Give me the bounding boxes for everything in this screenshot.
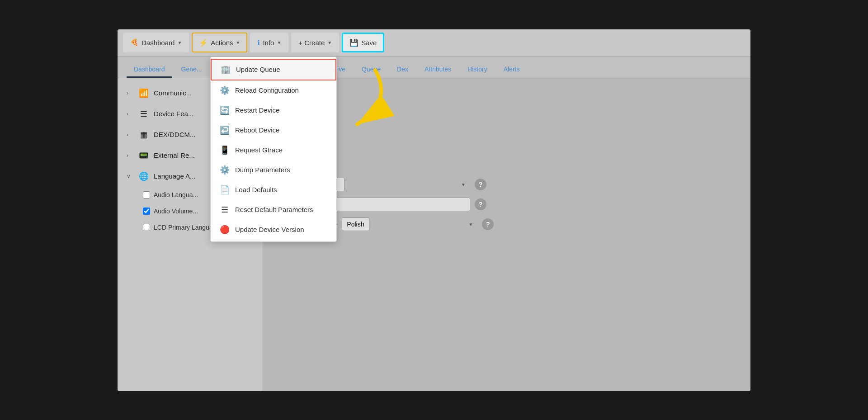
expand-icon-5: ∨	[127, 173, 134, 179]
sidebar-label-device-fea: Device Fea...	[154, 110, 193, 118]
communic-icon: 📶	[138, 88, 149, 98]
create-dropdown-arrow: ▼	[327, 40, 332, 45]
dropdown-item-update-version[interactable]: 🔴 Update Device Version	[211, 220, 336, 240]
info-icon: ℹ	[257, 38, 260, 47]
lcd-lang-select[interactable]: Polish	[342, 217, 369, 231]
reload-config-label: Reload Configuration	[235, 86, 299, 94]
sidebar-label-external: External Re...	[154, 151, 195, 159]
dropdown-item-reload-config[interactable]: ⚙️ Reload Configuration	[211, 80, 336, 100]
toolbar: 🍕 Dashboard ▼ ⚡ Actions ▼ ℹ Info ▼ + Cre…	[118, 29, 750, 57]
tab-dashboard[interactable]: Dashboard	[127, 62, 172, 78]
info-dropdown-arrow: ▼	[277, 40, 281, 45]
expand-icon-3: ›	[127, 132, 134, 138]
tab-general[interactable]: Gene...	[174, 62, 209, 78]
audio-vol-input[interactable]	[335, 198, 470, 211]
dropdown-item-load-defaults[interactable]: 📄 Load Defaults	[211, 180, 336, 200]
audio-vol-help[interactable]: ?	[475, 198, 486, 210]
expand-icon-2: ›	[127, 111, 134, 117]
reload-config-icon: ⚙️	[220, 85, 230, 95]
dropdown-item-dump[interactable]: ⚙️ Dump Parameters	[211, 160, 336, 180]
lcd-lang-select-wrapper: Polish	[342, 217, 477, 231]
field-row-lcd-lang: LCD Primary Language Polish ?	[271, 217, 741, 231]
device-fea-icon: ☰	[138, 109, 149, 119]
load-defaults-icon: 📄	[220, 185, 230, 195]
sidebar-label-language: Language A...	[154, 172, 196, 180]
info-button[interactable]: ℹ Info ▼	[250, 33, 288, 52]
language-icon: 🌐	[138, 171, 149, 181]
flash-icon: ⚡	[199, 38, 208, 47]
expand-icon-4: ›	[127, 152, 134, 159]
sidebar-label-communic: Communic...	[154, 89, 192, 97]
dump-label: Dump Parameters	[235, 166, 290, 174]
field-row-audio-vol: Audio Volume... ?	[271, 198, 741, 211]
create-button[interactable]: + Create ▼	[291, 33, 339, 52]
dashboard-icon: 🍕	[130, 38, 139, 47]
save-button[interactable]: 💾 Save	[342, 33, 384, 52]
save-label: Save	[361, 39, 377, 47]
tab-history[interactable]: History	[460, 62, 495, 78]
dashboard-dropdown-arrow: ▼	[177, 40, 182, 45]
main-container: 🍕 Dashboard ▼ ⚡ Actions ▼ ℹ Info ▼ + Cre…	[118, 29, 750, 391]
sidebar-label-dex: DEX/DDCM...	[154, 131, 196, 138]
lcd-lang-help[interactable]: ?	[482, 218, 494, 230]
reboot-label: Reboot Device	[235, 126, 279, 134]
update-queue-icon: 🏢	[221, 65, 231, 75]
audio-lang-label: Audio Langua...	[154, 191, 198, 198]
dropdown-item-reset-params[interactable]: ☰ Reset Default Parameters	[211, 200, 336, 220]
audio-vol-checkbox[interactable]	[143, 208, 150, 215]
audio-lang-select-wrapper	[335, 178, 470, 191]
tab-dex[interactable]: Dex	[390, 62, 415, 78]
dropdown-item-reboot[interactable]: ↩️ Reboot Device	[211, 120, 336, 140]
tab-queue[interactable]: Queue	[354, 62, 388, 78]
audio-lang-checkbox[interactable]	[143, 191, 150, 198]
audio-lang-help[interactable]: ?	[475, 179, 486, 190]
restart-label: Restart Device	[235, 106, 279, 114]
actions-button[interactable]: ⚡ Actions ▼	[192, 33, 247, 52]
gtrace-icon: 📱	[220, 145, 230, 155]
save-icon: 💾	[349, 38, 359, 47]
tab-alerts[interactable]: Alerts	[496, 62, 527, 78]
dump-icon: ⚙️	[220, 165, 230, 175]
reset-params-icon: ☰	[220, 205, 230, 215]
info-label: Info	[263, 39, 274, 47]
dropdown-item-restart[interactable]: 🔄 Restart Device	[211, 100, 336, 120]
tab-attributes[interactable]: Attributes	[417, 62, 458, 78]
expand-icon: ›	[127, 90, 134, 96]
update-version-icon: 🔴	[220, 225, 230, 235]
actions-dropdown-menu: 🏢 Update Queue ⚙️ Reload Configuration 🔄…	[210, 57, 337, 242]
gtrace-label: Request Gtrace	[235, 146, 283, 154]
load-defaults-label: Load Defaults	[235, 186, 277, 193]
reset-params-label: Reset Default Parameters	[235, 206, 313, 213]
reboot-icon: ↩️	[220, 125, 230, 135]
actions-label: Actions	[211, 39, 233, 47]
dex-icon: ▦	[138, 130, 149, 140]
update-version-label: Update Device Version	[235, 226, 304, 233]
dropdown-item-update-queue[interactable]: 🏢 Update Queue	[211, 59, 336, 80]
dashboard-label: Dashboard	[142, 39, 175, 47]
create-label: + Create	[298, 39, 325, 47]
audio-vol-label: Audio Volume...	[154, 208, 198, 215]
restart-icon: 🔄	[220, 105, 230, 115]
update-queue-label: Update Queue	[236, 66, 280, 73]
dropdown-item-gtrace[interactable]: 📱 Request Gtrace	[211, 140, 336, 160]
external-icon: 📟	[138, 151, 149, 160]
lcd-lang-checkbox[interactable]	[143, 224, 150, 231]
field-row-audio-lang: Audio Langua... ?	[271, 178, 741, 191]
actions-dropdown-arrow: ▼	[236, 40, 241, 45]
dashboard-button[interactable]: 🍕 Dashboard ▼	[123, 33, 189, 52]
